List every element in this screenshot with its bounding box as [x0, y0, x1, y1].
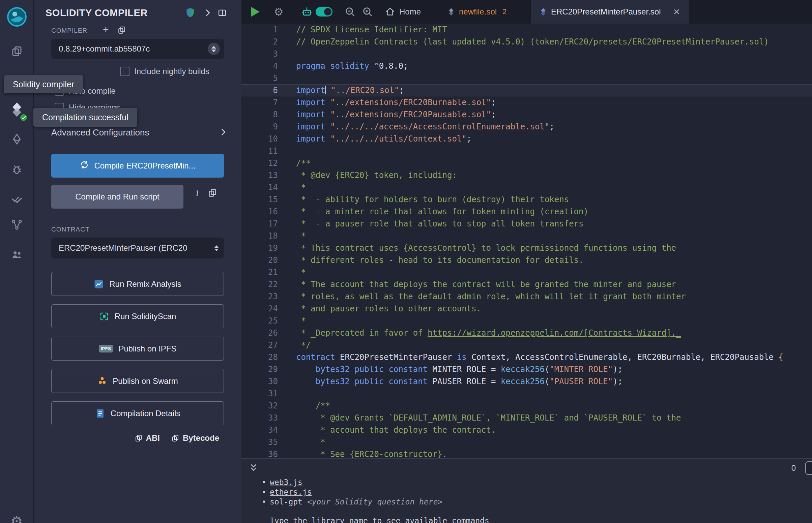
line-number[interactable]: 8 — [242, 109, 278, 121]
ai-assistant-button[interactable] — [301, 0, 313, 23]
code-line-32[interactable]: 32 /** — [242, 400, 812, 412]
line-number[interactable]: 5 — [242, 72, 278, 84]
line-number[interactable]: 14 — [242, 181, 278, 194]
tab-home[interactable]: Home — [379, 0, 427, 23]
terminal-search-partial[interactable] — [805, 461, 812, 475]
line-number[interactable]: 17 — [242, 218, 278, 230]
debugger-icon[interactable] — [11, 163, 23, 177]
compile-and-run-button[interactable]: Compile and Run script — [51, 185, 183, 209]
code-line-34[interactable]: 34 * account that deploys the contract. — [242, 424, 812, 436]
deploy-run-icon[interactable] — [11, 133, 23, 147]
compiler-version-select[interactable]: 0.8.29+commit.ab55807c — [51, 39, 224, 59]
line-number[interactable]: 36 — [242, 448, 278, 458]
compile-button[interactable]: Compile ERC20PresetMin... — [51, 154, 224, 178]
code-line-15[interactable]: 15 * - ability for holders to burn (dest… — [242, 194, 812, 205]
code-line-30[interactable]: 30 bytes32 public constant PAUSER_ROLE =… — [242, 375, 812, 387]
code-line-31[interactable]: 31 — [242, 387, 812, 400]
remix-logo-icon[interactable] — [6, 6, 28, 29]
line-number[interactable]: 3 — [242, 48, 278, 60]
code-line-5[interactable]: 5 — [242, 72, 812, 84]
code-line-1[interactable]: 1// SPDX-License-Identifier: MIT — [242, 23, 812, 36]
line-number[interactable]: 20 — [242, 254, 278, 266]
code-line-2[interactable]: 2// OpenZeppelin Contracts (last updated… — [242, 36, 812, 48]
plugin-manager-icon[interactable] — [11, 248, 23, 262]
line-number[interactable]: 31 — [242, 387, 278, 400]
file-explorer-icon[interactable] — [11, 45, 23, 59]
close-tab-icon[interactable]: ✕ — [673, 8, 680, 16]
code-line-11[interactable]: 11 — [242, 145, 812, 157]
pin-panel-icon[interactable] — [217, 8, 227, 19]
advanced-chevron-icon[interactable] — [218, 127, 228, 138]
line-number[interactable]: 32 — [242, 400, 278, 412]
copy-version-icon[interactable] — [117, 25, 126, 36]
line-number[interactable]: 28 — [242, 351, 278, 363]
code-line-14[interactable]: 14 * — [242, 181, 812, 194]
line-number[interactable]: 16 — [242, 205, 278, 218]
expand-terminal-button[interactable] — [248, 463, 259, 475]
code-line-28[interactable]: 28contract ERC20PresetMinterPauser is Co… — [242, 351, 812, 363]
line-number[interactable]: 29 — [242, 363, 278, 375]
nightly-builds-checkbox[interactable] — [120, 67, 129, 76]
line-number[interactable]: 11 — [242, 145, 278, 157]
add-compiler-icon[interactable]: + — [103, 24, 109, 34]
copy-bytecode[interactable]: Bytecode — [171, 433, 219, 443]
code-line-9[interactable]: 9import "../../../access/AccessControlEn… — [242, 121, 812, 133]
code-line-21[interactable]: 21 * — [242, 266, 812, 278]
code-line-4[interactable]: 4pragma solidity ^0.8.0; — [242, 60, 812, 72]
code-line-36[interactable]: 36 * See {ERC20-constructor}. — [242, 448, 812, 458]
line-number[interactable]: 4 — [242, 60, 278, 72]
zoom-in-button[interactable] — [362, 0, 373, 23]
code-line-3[interactable]: 3 — [242, 48, 812, 60]
action-solidityscan-button[interactable]: Run SolidityScan — [51, 304, 224, 328]
line-number[interactable]: 24 — [242, 303, 278, 315]
line-number[interactable]: 23 — [242, 290, 278, 303]
info-icon[interactable]: i — [192, 188, 202, 198]
line-number[interactable]: 22 — [242, 278, 278, 290]
line-number[interactable]: 18 — [242, 230, 278, 242]
tab-newfile-sol[interactable]: newfile.sol 2 — [439, 0, 530, 23]
code-line-24[interactable]: 24 * and pauser roles to other accounts. — [242, 303, 812, 315]
line-number[interactable]: 19 — [242, 242, 278, 254]
code-line-16[interactable]: 16 * - a minter role that allows for tok… — [242, 205, 812, 218]
ai-toggle-switch[interactable] — [316, 7, 333, 17]
line-number[interactable]: 9 — [242, 121, 278, 133]
code-line-22[interactable]: 22 * The account that deploys the contra… — [242, 278, 812, 290]
chevron-right-icon[interactable] — [203, 8, 212, 19]
terminal-link-ethers-js[interactable]: ethers.js — [270, 487, 312, 497]
zoom-out-button[interactable] — [344, 0, 356, 23]
copy-script-icon[interactable] — [208, 188, 217, 199]
line-number[interactable]: 1 — [242, 23, 278, 36]
line-number[interactable]: 35 — [242, 436, 278, 448]
code-line-6[interactable]: 6import "../ERC20.sol"; — [242, 84, 812, 96]
line-number[interactable]: 7 — [242, 96, 278, 109]
line-number[interactable]: 25 — [242, 315, 278, 327]
code-line-33[interactable]: 33 * @dev Grants `DEFAULT_ADMIN_ROLE`, `… — [242, 412, 812, 424]
line-number[interactable]: 21 — [242, 266, 278, 278]
code-line-8[interactable]: 8import "../extensions/ERC20Pausable.sol… — [242, 109, 812, 121]
action-publish-ipfs-button[interactable]: IPFSPublish on IPFS — [51, 337, 224, 361]
code-line-27[interactable]: 27 */ — [242, 339, 812, 351]
line-number[interactable]: 33 — [242, 412, 278, 424]
code-line-23[interactable]: 23 * roles, as well as the default admin… — [242, 290, 812, 303]
action-remix-analysis-button[interactable]: Run Remix Analysis — [51, 272, 224, 296]
line-number[interactable]: 6 — [242, 84, 278, 96]
code-line-10[interactable]: 10import "../../../utils/Context.sol"; — [242, 133, 812, 145]
code-line-19[interactable]: 19 * This contract uses {AccessControl} … — [242, 242, 812, 254]
line-number[interactable]: 10 — [242, 133, 278, 145]
code-line-18[interactable]: 18 * — [242, 230, 812, 242]
line-number[interactable]: 34 — [242, 424, 278, 436]
action-compilation-details-button[interactable]: Compilation Details — [51, 401, 224, 425]
code-line-7[interactable]: 7import "../extensions/ERC20Burnable.sol… — [242, 96, 812, 109]
action-publish-swarm-button[interactable]: Publish on Swarm — [51, 369, 224, 393]
line-number[interactable]: 30 — [242, 375, 278, 387]
code-line-35[interactable]: 35 * — [242, 436, 812, 448]
line-number[interactable]: 12 — [242, 157, 278, 169]
copy-abi[interactable]: ABI — [135, 433, 160, 443]
code-line-13[interactable]: 13 * @dev {ERC20} token, including: — [242, 169, 812, 181]
line-number[interactable]: 13 — [242, 169, 278, 181]
code-editor[interactable]: 1// SPDX-License-Identifier: MIT2// Open… — [242, 23, 812, 458]
code-line-20[interactable]: 20 * different roles - head to its docum… — [242, 254, 812, 266]
line-number[interactable]: 26 — [242, 327, 278, 339]
contract-select[interactable]: ERC20PresetMinterPauser (ERC20 — [51, 238, 224, 258]
line-number[interactable]: 15 — [242, 194, 278, 205]
